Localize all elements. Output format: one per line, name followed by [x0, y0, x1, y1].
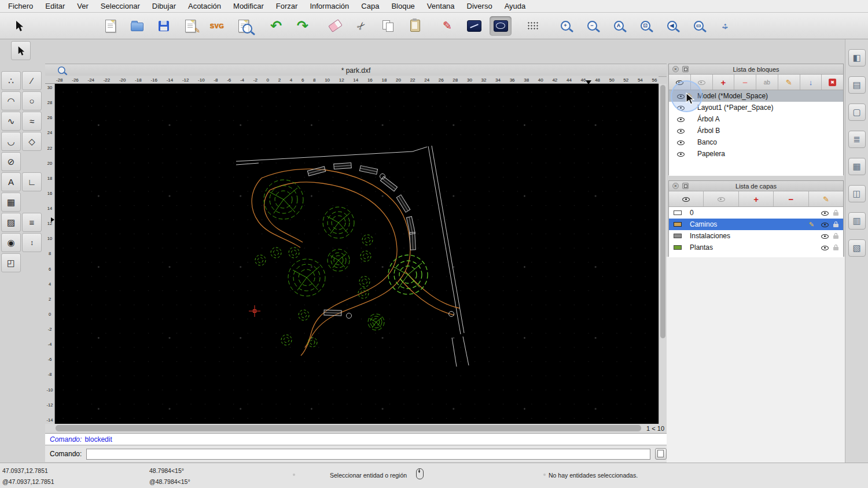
image-tool[interactable]: ▦ — [1, 193, 21, 212]
layer-row[interactable]: Instalaciones ✎ — [669, 230, 843, 242]
ellipse-tool-button[interactable] — [490, 16, 512, 36]
paste-button[interactable] — [404, 16, 426, 36]
vertical-scrollbar[interactable] — [659, 84, 667, 424]
save-button[interactable] — [153, 16, 175, 36]
ellipse-tool[interactable]: ⊘ — [1, 152, 21, 171]
horizontal-scrollbar-thumb[interactable] — [56, 425, 641, 431]
zoom-in-button[interactable]: + — [554, 16, 576, 36]
block-row[interactable]: ✎ Papelera — [669, 148, 843, 160]
circle-tool[interactable]: ○ — [22, 91, 42, 110]
hide-all-layers-button[interactable] — [704, 191, 738, 206]
edit-block-button[interactable]: ✎ — [778, 75, 800, 90]
dock-panel-button[interactable]: ≣ — [848, 131, 866, 148]
dock-panel-button[interactable]: ▧ — [848, 239, 866, 257]
dock-panel-button[interactable]: ▢ — [848, 103, 866, 121]
block-visibility-eye-icon[interactable] — [677, 116, 685, 123]
zoom-window-button[interactable]: ▭ — [687, 16, 709, 36]
menu-item[interactable]: Editar — [45, 2, 65, 10]
select-tool-button[interactable] — [8, 16, 30, 36]
grid-toggle-button[interactable] — [522, 16, 544, 36]
dock-panel-button[interactable]: ▤ — [848, 76, 866, 94]
show-all-layers-button[interactable] — [669, 191, 704, 206]
open-file-button[interactable] — [126, 16, 148, 36]
arc-tool[interactable]: ◠ — [1, 91, 21, 110]
drawing-canvas[interactable] — [55, 84, 659, 424]
line-tool[interactable]: ∕ — [22, 71, 42, 90]
undo-button[interactable]: ↶ — [265, 16, 287, 36]
copy-button[interactable] — [377, 16, 399, 36]
remove-block-button[interactable]: − — [734, 75, 756, 90]
menu-item[interactable]: Información — [310, 2, 349, 10]
pen-attributes-button[interactable]: ✎ — [436, 16, 458, 36]
detach-panel-button[interactable] — [682, 66, 689, 72]
layer-lock-icon[interactable] — [833, 221, 838, 228]
points-tool[interactable]: ∴ — [1, 71, 21, 90]
block-visibility-eye-icon[interactable] — [677, 150, 685, 158]
layer-row[interactable]: 0 ✎ — [669, 207, 843, 219]
remove-layer-button[interactable]: − — [774, 191, 808, 206]
vertical-scrollbar-thumb[interactable] — [660, 85, 665, 338]
dock-panel-button[interactable]: ▦ — [848, 158, 866, 175]
freehand-tool[interactable]: ≈ — [22, 112, 42, 131]
add-layer-button[interactable]: + — [739, 191, 774, 206]
dimension-corner-tool[interactable]: ∟ — [22, 172, 42, 191]
menu-item[interactable]: Modificar — [233, 2, 264, 10]
spline-tool[interactable]: ∿ — [1, 112, 21, 131]
edit-drawing-button[interactable]: ✎ — [179, 16, 201, 36]
block-row[interactable]: ✎ Banco — [669, 136, 843, 148]
menu-item[interactable]: Fichero — [8, 2, 33, 10]
delete-button[interactable] — [324, 16, 346, 36]
svg-export-button[interactable]: SVG — [206, 16, 228, 36]
zoom-previous-button[interactable]: ◀ — [661, 16, 683, 36]
menu-item[interactable]: Diverso — [467, 2, 492, 10]
menu-item[interactable]: Ayuda — [505, 2, 526, 10]
menu-item[interactable]: Ventana — [427, 2, 455, 10]
arc-3p-tool[interactable]: ◡ — [1, 132, 21, 151]
new-file-button[interactable] — [100, 16, 122, 36]
menu-item[interactable]: Capa — [361, 2, 379, 10]
horizontal-scrollbar[interactable]: 1 < 10 — [45, 424, 667, 433]
line-attributes-button[interactable] — [463, 16, 485, 36]
cut-button[interactable]: ✂ — [351, 16, 373, 36]
zoom-out-button[interactable]: − — [581, 16, 603, 36]
insert-block-button[interactable]: ↓ — [800, 75, 822, 90]
menu-item[interactable]: Acotación — [188, 2, 221, 10]
block-visibility-eye-icon[interactable] — [677, 139, 685, 146]
block-row[interactable]: ✎ Árbol A — [669, 113, 843, 125]
hatch-tool[interactable]: ▨ — [1, 213, 21, 232]
print-preview-button[interactable] — [233, 16, 255, 36]
add-block-button[interactable]: + — [713, 75, 735, 90]
palette-select-tool[interactable] — [11, 41, 31, 60]
shape-tool[interactable]: ◉ — [1, 233, 21, 252]
menu-item[interactable]: Dibujar — [152, 2, 176, 10]
command-options-button[interactable] — [655, 448, 667, 460]
layer-visibility-eye-icon[interactable] — [821, 232, 829, 240]
zoom-auto-button[interactable]: A — [608, 16, 630, 36]
isometric-tool[interactable]: ◰ — [1, 253, 21, 272]
rename-block-button[interactable]: ab — [756, 75, 778, 90]
menu-item[interactable]: Ver — [77, 2, 89, 10]
layer-visibility-eye-icon[interactable] — [821, 221, 829, 228]
layer-lock-icon[interactable] — [833, 245, 838, 251]
layer-lock-icon[interactable] — [833, 210, 838, 216]
layer-visibility-eye-icon[interactable] — [821, 209, 829, 217]
layer-visibility-eye-icon[interactable] — [821, 244, 829, 252]
dock-panel-button[interactable]: ◫ — [848, 185, 866, 202]
edit-layer-button[interactable]: ✎ — [809, 191, 843, 206]
text-tool[interactable]: A — [1, 172, 21, 191]
zoom-selection-button[interactable]: ⊡ — [634, 16, 656, 36]
menu-item[interactable]: Forzar — [276, 2, 298, 10]
layer-lock-icon[interactable] — [833, 233, 838, 239]
command-input[interactable] — [86, 449, 650, 460]
menu-item[interactable]: Bloque — [391, 2, 414, 10]
detach-panel-button[interactable] — [682, 183, 689, 189]
close-panel-button[interactable]: ✕ — [672, 66, 679, 72]
layer-row[interactable]: Plantas ✎ — [669, 242, 843, 253]
menu-item[interactable]: Seleccionar — [101, 2, 140, 10]
dimension-tool[interactable]: ↕ — [22, 233, 42, 252]
dock-panel-button[interactable]: ◧ — [848, 49, 866, 66]
block-row[interactable]: ✎ Árbol B — [669, 125, 843, 136]
dock-panel-button[interactable]: ▥ — [848, 212, 866, 230]
delete-block-button[interactable]: ✖ — [822, 75, 843, 90]
layer-row[interactable]: Caminos ✎ — [669, 219, 843, 230]
